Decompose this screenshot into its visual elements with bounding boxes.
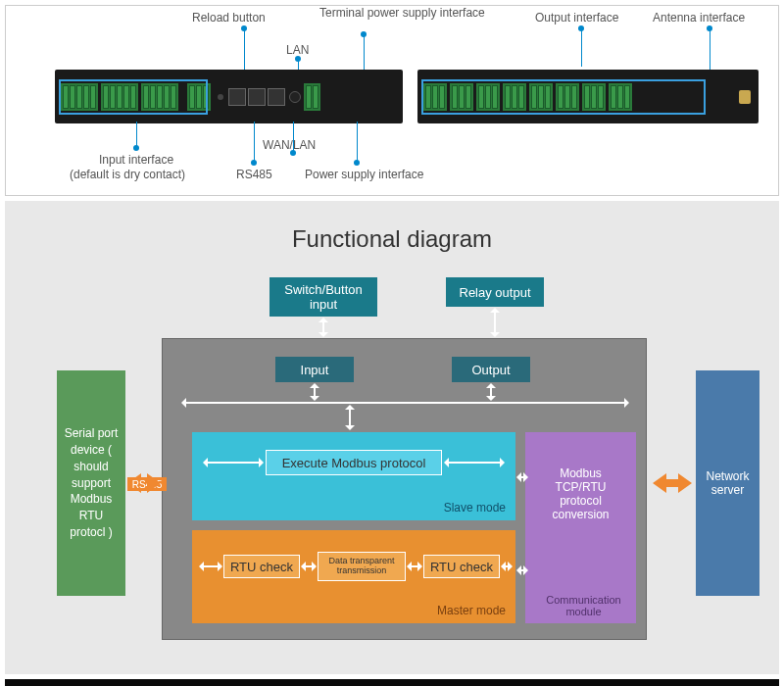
terminal-block xyxy=(529,83,553,111)
arrow-h xyxy=(517,569,527,571)
hardware-interface-panel: Reload button Terminal power supply inte… xyxy=(5,5,779,196)
master-mode-label: Master mode xyxy=(437,604,506,617)
leader-line xyxy=(293,122,294,151)
terminal-power-label: Terminal power supply interface xyxy=(319,6,485,20)
terminal-block xyxy=(101,83,138,111)
rtu-check-box-1: RTU check xyxy=(223,555,300,578)
arrow-h xyxy=(204,462,263,464)
input-interface-label: Input interface xyxy=(99,153,173,167)
arrow-h xyxy=(445,462,504,464)
device-row xyxy=(55,70,759,123)
network-server-box: Network server xyxy=(696,370,760,596)
power-supply-label: Power supply interface xyxy=(305,168,423,181)
leader-line xyxy=(581,29,582,67)
terminal-block xyxy=(304,83,320,111)
orange-arrow-right xyxy=(147,473,171,493)
device-left xyxy=(55,70,403,123)
leader-line xyxy=(136,122,137,147)
slave-mode-box: Execute Modbus protocol Slave mode xyxy=(192,432,515,520)
input-default-label: (default is dry contact) xyxy=(70,168,185,181)
output-label: Output interface xyxy=(535,11,618,24)
terminal-block xyxy=(476,83,500,111)
leader-line xyxy=(357,122,358,161)
dc-jack xyxy=(289,91,301,103)
arrow-h xyxy=(408,565,421,567)
terminal-block xyxy=(423,83,447,111)
terminal-block xyxy=(141,83,178,111)
leader-line xyxy=(364,35,365,74)
comm-module-label: Communication module xyxy=(531,594,636,617)
rs485-label: RS485 xyxy=(236,168,272,181)
arrow-h xyxy=(200,565,221,567)
main-container: Input Output Execute Modbus protocol Sla… xyxy=(162,338,647,640)
ethernet-port xyxy=(248,88,266,106)
arrow-h xyxy=(517,476,527,478)
orange-arrow-right xyxy=(678,473,702,493)
sma-connector xyxy=(739,90,751,104)
terminal-block xyxy=(61,83,98,111)
functional-diagram-panel: Functional diagram Switch/Button input R… xyxy=(5,201,779,674)
data-transparent-box: Data transparent transmission xyxy=(318,552,406,581)
terminal-block xyxy=(582,83,606,111)
leader-line xyxy=(254,122,255,161)
switch-button-box: Switch/Button input xyxy=(270,277,377,317)
arrow-h xyxy=(502,565,512,567)
dark-strip xyxy=(5,679,779,686)
antenna-label: Antenna interface xyxy=(653,11,745,24)
diagram-title: Functional diagram xyxy=(5,225,779,253)
master-mode-box: RTU check Data transparent transmission … xyxy=(192,530,515,623)
comm-module-box: Modbus TCP/RTU protocol conversion Commu… xyxy=(525,432,636,623)
terminal-block xyxy=(187,83,211,111)
execute-modbus-box: Execute Modbus protocol xyxy=(266,450,442,475)
slave-mode-label: Slave mode xyxy=(444,501,506,514)
modbus-conv-label: Modbus TCP/RTU protocol conversion xyxy=(533,466,628,521)
arrow-h xyxy=(302,565,316,567)
arrow-v xyxy=(490,384,492,400)
terminal-block xyxy=(609,83,632,111)
diagram-area: Switch/Button input Relay output Input O… xyxy=(20,277,764,640)
rtu-check-box-2: RTU check xyxy=(423,555,500,578)
arrow-h-wide xyxy=(182,402,628,404)
arrow-v xyxy=(349,406,351,429)
terminal-block xyxy=(503,83,526,111)
lan-label: LAN xyxy=(286,43,309,57)
arrow-v xyxy=(494,309,496,336)
reload-label: Reload button xyxy=(192,11,266,24)
terminal-block xyxy=(450,83,473,111)
ethernet-port xyxy=(228,88,246,106)
terminal-block xyxy=(556,83,579,111)
device-right xyxy=(417,70,759,123)
wan-lan-label: WAN/LAN xyxy=(263,138,316,152)
ethernet-port xyxy=(268,88,285,106)
arrow-v xyxy=(314,384,316,400)
arrow-v xyxy=(322,318,324,336)
serial-device-box: Serial port device ( should support Modb… xyxy=(57,370,125,596)
reset-button xyxy=(218,94,223,100)
